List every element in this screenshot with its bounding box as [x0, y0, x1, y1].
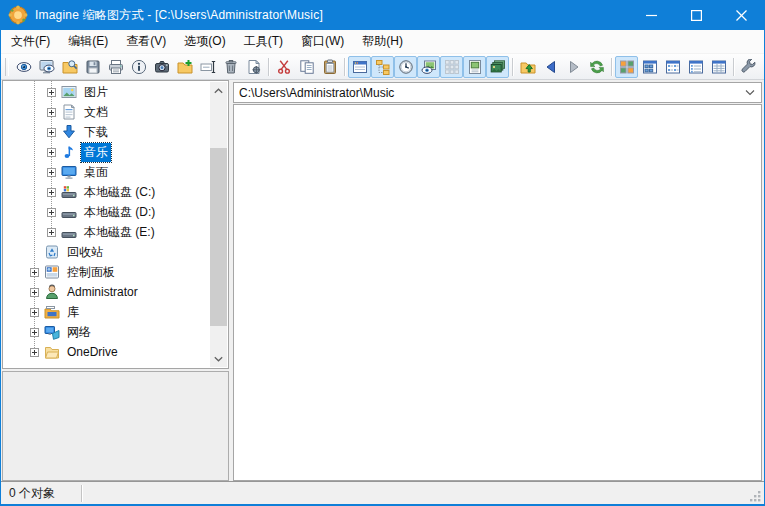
tree-item-label: 音乐 — [81, 143, 111, 162]
tree-item-label: 库 — [64, 303, 82, 322]
tree-item-administrator[interactable]: Administrator — [3, 282, 210, 302]
tree-item-downloads[interactable]: 下载 — [3, 122, 210, 142]
tree-item-music[interactable]: 音乐 — [3, 142, 210, 162]
resize-grip-icon[interactable] — [749, 490, 762, 503]
menu-file[interactable]: 文件(F) — [2, 28, 59, 55]
forward-button[interactable] — [562, 56, 585, 78]
rename-button[interactable] — [196, 56, 219, 78]
toggle-preview-button[interactable] — [417, 56, 440, 78]
tree-item-drive-c[interactable]: 本地磁盘 (C:) — [3, 182, 210, 202]
scrollbar-thumb[interactable] — [210, 148, 227, 326]
tree-item-label: 本地磁盘 (C:) — [81, 183, 158, 202]
paste-button[interactable] — [318, 56, 341, 78]
menu-edit[interactable]: 编辑(E) — [59, 28, 117, 55]
tree-item-pictures[interactable]: 图片 — [3, 82, 210, 102]
titlebar[interactable]: Imagine 缩略图方式 - [C:\Users\Administrator\… — [1, 0, 764, 30]
fullscreen-button[interactable] — [35, 56, 58, 78]
view-image-button[interactable] — [12, 56, 35, 78]
view-thumbnails-icon — [619, 59, 635, 75]
menu-tools[interactable]: 工具(T) — [235, 28, 292, 55]
scissors-icon — [276, 59, 292, 75]
tree-scrollbar[interactable] — [210, 82, 227, 367]
new-folder-button[interactable] — [173, 56, 196, 78]
maximize-button[interactable] — [674, 0, 719, 30]
toggle-panel-button[interactable] — [348, 56, 371, 78]
camera-icon — [154, 59, 170, 75]
view-thumbnails-button[interactable] — [615, 56, 638, 78]
toolbar-grip[interactable] — [5, 58, 9, 76]
folder-tree-panel: 图片文档下载音乐桌面本地磁盘 (C:)本地磁盘 (D:)本地磁盘 (E:)回收站… — [2, 80, 229, 369]
save-button[interactable] — [81, 56, 104, 78]
expander-plus-icon[interactable] — [30, 288, 39, 297]
view-small-icons-button[interactable] — [661, 56, 684, 78]
info-button[interactable] — [127, 56, 150, 78]
view-list-button[interactable] — [684, 56, 707, 78]
tree-item-libraries[interactable]: 库 — [3, 302, 210, 322]
expander-plus-icon[interactable] — [47, 108, 56, 117]
view-icons-button[interactable] — [638, 56, 661, 78]
delete-button[interactable] — [219, 56, 242, 78]
network-icon — [44, 324, 60, 340]
tree-item-drive-d[interactable]: 本地磁盘 (D:) — [3, 202, 210, 222]
expander-plus-icon[interactable] — [30, 328, 39, 337]
tree-item-network[interactable]: 网络 — [3, 322, 210, 342]
menu-window[interactable]: 窗口(W) — [292, 28, 353, 55]
toolbar-separator — [611, 58, 612, 76]
expander-plus-icon[interactable] — [47, 168, 56, 177]
expander-plus-icon[interactable] — [47, 228, 56, 237]
expander-plus-icon[interactable] — [30, 268, 39, 277]
browse-button[interactable] — [58, 56, 81, 78]
options-button[interactable] — [737, 56, 760, 78]
expander-plus-icon[interactable] — [47, 128, 56, 137]
tree-item-label: 控制面板 — [64, 263, 118, 282]
tree-item-recycle-bin[interactable]: 回收站 — [3, 242, 210, 262]
view-small-icons-icon — [665, 59, 681, 75]
expander-plus-icon[interactable] — [47, 208, 56, 217]
toggle-grid-button[interactable] — [440, 56, 463, 78]
printer-icon — [108, 59, 124, 75]
expander-plus-icon[interactable] — [30, 308, 39, 317]
scroll-up-icon[interactable] — [210, 82, 227, 99]
libraries-icon — [44, 304, 60, 320]
toggle-thumb-page-button[interactable] — [463, 56, 486, 78]
file-settings-button[interactable] — [242, 56, 265, 78]
refresh-icon — [589, 59, 605, 75]
tree-item-drive-e[interactable]: 本地磁盘 (E:) — [3, 222, 210, 242]
music-note-icon — [61, 144, 77, 160]
capture-button[interactable] — [150, 56, 173, 78]
close-button[interactable] — [719, 0, 764, 30]
monitor-eye-icon — [39, 59, 55, 75]
address-combobox[interactable]: C:\Users\Administrator\Music — [233, 82, 762, 103]
expander-plus-icon[interactable] — [30, 348, 39, 357]
menu-help[interactable]: 帮助(H) — [353, 28, 412, 55]
cut-button[interactable] — [272, 56, 295, 78]
save-icon — [85, 59, 101, 75]
view-details-button[interactable] — [707, 56, 730, 78]
minimize-button[interactable] — [629, 0, 674, 30]
chevron-down-icon[interactable] — [745, 89, 755, 96]
tree-item-onedrive[interactable]: OneDrive — [3, 342, 210, 362]
eye-icon — [16, 59, 32, 75]
up-folder-button[interactable] — [516, 56, 539, 78]
file-list-area[interactable] — [233, 104, 762, 481]
refresh-button[interactable] — [585, 56, 608, 78]
tree-item-documents[interactable]: 文档 — [3, 102, 210, 122]
scroll-down-icon[interactable] — [210, 350, 227, 367]
expander-plus-icon[interactable] — [47, 188, 56, 197]
menu-options[interactable]: 选项(O) — [175, 28, 234, 55]
trash-icon — [223, 59, 239, 75]
toggle-image-stack-button[interactable] — [486, 56, 509, 78]
expander-plus-icon[interactable] — [47, 88, 56, 97]
folder-tree-icon — [375, 59, 391, 75]
tree-item-desktop[interactable]: 桌面 — [3, 162, 210, 182]
print-button[interactable] — [104, 56, 127, 78]
menu-view[interactable]: 查看(V) — [117, 28, 175, 55]
tree-item-control-panel[interactable]: 控制面板 — [3, 262, 210, 282]
expander-plus-icon[interactable] — [47, 148, 56, 157]
back-button[interactable] — [539, 56, 562, 78]
toggle-clock-button[interactable] — [394, 56, 417, 78]
control-panel-icon — [44, 264, 60, 280]
toggle-folder-tree-button[interactable] — [371, 56, 394, 78]
copy-button[interactable] — [295, 56, 318, 78]
pictures-icon — [61, 84, 77, 100]
